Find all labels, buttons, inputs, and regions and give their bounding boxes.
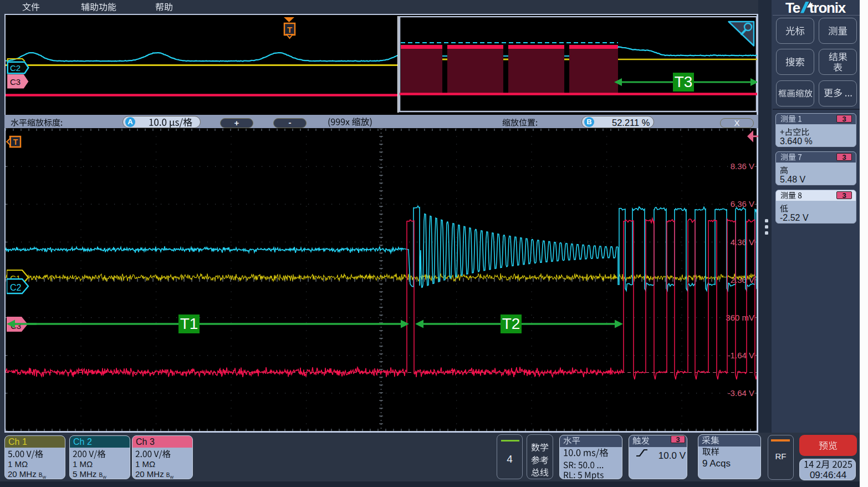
svg-text:C3: C3 [10,77,21,87]
svg-text:T: T [287,25,292,34]
svg-text:C2: C2 [10,63,21,73]
svg-text:C2: C2 [10,283,22,292]
svg-text:tronix: tronix [809,0,846,15]
svg-text:Te: Te [785,0,800,15]
svg-text:T: T [13,138,18,146]
